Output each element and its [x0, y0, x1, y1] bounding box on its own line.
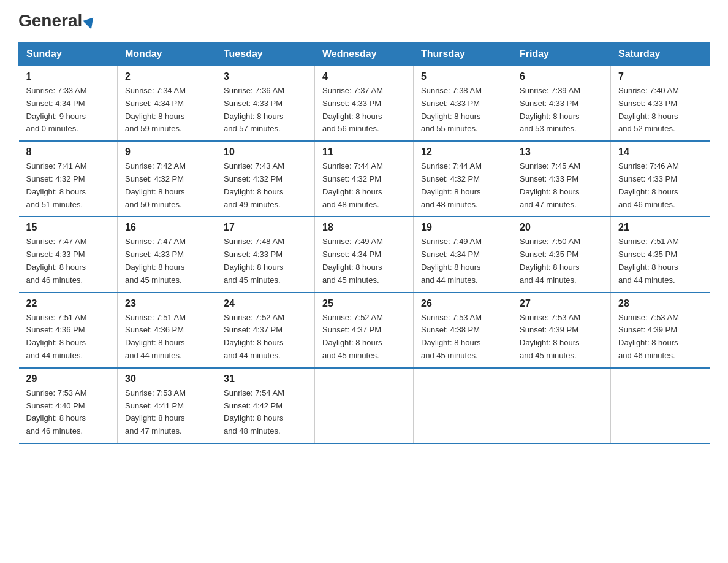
day-of-week-header: Saturday — [611, 42, 710, 66]
day-number: 26 — [421, 298, 504, 309]
calendar-cell: 8 Sunrise: 7:41 AMSunset: 4:32 PMDayligh… — [19, 141, 118, 216]
calendar-header: SundayMondayTuesdayWednesdayThursdayFrid… — [19, 42, 710, 66]
calendar-cell: 21 Sunrise: 7:51 AMSunset: 4:35 PMDaylig… — [611, 216, 710, 292]
day-number: 23 — [125, 298, 208, 309]
day-number: 19 — [421, 222, 504, 233]
calendar-cell: 9 Sunrise: 7:42 AMSunset: 4:32 PMDayligh… — [118, 141, 216, 216]
day-number: 13 — [520, 147, 603, 158]
day-info: Sunrise: 7:45 AMSunset: 4:33 PMDaylight:… — [520, 160, 603, 211]
calendar-cell: 24 Sunrise: 7:52 AMSunset: 4:37 PMDaylig… — [216, 293, 315, 368]
day-number: 3 — [224, 71, 307, 82]
day-number: 31 — [224, 373, 307, 385]
day-number: 21 — [618, 222, 702, 233]
day-of-week-header: Thursday — [414, 42, 512, 66]
calendar-table: SundayMondayTuesdayWednesdayThursdayFrid… — [18, 42, 710, 444]
day-number: 22 — [26, 298, 110, 309]
day-info: Sunrise: 7:49 AMSunset: 4:34 PMDaylight:… — [421, 236, 504, 286]
calendar-cell: 3 Sunrise: 7:36 AMSunset: 4:33 PMDayligh… — [216, 66, 315, 142]
day-info: Sunrise: 7:41 AMSunset: 4:32 PMDaylight:… — [26, 160, 110, 211]
day-number: 16 — [125, 222, 208, 233]
day-info: Sunrise: 7:47 AMSunset: 4:33 PMDaylight:… — [26, 236, 110, 286]
calendar-week-row: 8 Sunrise: 7:41 AMSunset: 4:32 PMDayligh… — [19, 141, 710, 216]
calendar-cell: 17 Sunrise: 7:48 AMSunset: 4:33 PMDaylig… — [216, 216, 315, 292]
day-number: 25 — [322, 298, 406, 309]
calendar-cell: 5 Sunrise: 7:38 AMSunset: 4:33 PMDayligh… — [414, 66, 512, 142]
day-number: 29 — [26, 373, 110, 385]
day-number: 8 — [26, 147, 110, 158]
day-info: Sunrise: 7:40 AMSunset: 4:33 PMDaylight:… — [618, 85, 702, 136]
day-info: Sunrise: 7:34 AMSunset: 4:34 PMDaylight:… — [125, 85, 208, 136]
day-number: 12 — [421, 147, 504, 158]
calendar-cell — [414, 368, 512, 443]
day-number: 5 — [421, 71, 504, 82]
calendar-cell: 1 Sunrise: 7:33 AMSunset: 4:34 PMDayligh… — [19, 66, 118, 142]
calendar-cell: 6 Sunrise: 7:39 AMSunset: 4:33 PMDayligh… — [512, 66, 611, 142]
calendar-cell: 2 Sunrise: 7:34 AMSunset: 4:34 PMDayligh… — [118, 66, 216, 142]
day-info: Sunrise: 7:46 AMSunset: 4:33 PMDaylight:… — [618, 160, 702, 211]
day-info: Sunrise: 7:52 AMSunset: 4:37 PMDaylight:… — [224, 312, 307, 362]
calendar-week-row: 29 Sunrise: 7:53 AMSunset: 4:40 PMDaylig… — [19, 368, 710, 443]
day-of-week-header: Sunday — [19, 42, 118, 66]
day-info: Sunrise: 7:51 AMSunset: 4:36 PMDaylight:… — [26, 312, 110, 362]
calendar-cell: 12 Sunrise: 7:44 AMSunset: 4:32 PMDaylig… — [414, 141, 512, 216]
day-number: 4 — [322, 71, 406, 82]
day-number: 1 — [26, 71, 110, 82]
day-number: 14 — [618, 147, 702, 158]
day-number: 27 — [520, 298, 603, 309]
calendar-cell: 18 Sunrise: 7:49 AMSunset: 4:34 PMDaylig… — [315, 216, 414, 292]
day-info: Sunrise: 7:42 AMSunset: 4:32 PMDaylight:… — [125, 160, 208, 211]
calendar-cell: 27 Sunrise: 7:53 AMSunset: 4:39 PMDaylig… — [512, 293, 611, 368]
calendar-week-row: 22 Sunrise: 7:51 AMSunset: 4:36 PMDaylig… — [19, 293, 710, 368]
day-info: Sunrise: 7:53 AMSunset: 4:38 PMDaylight:… — [421, 312, 504, 362]
calendar-cell: 31 Sunrise: 7:54 AMSunset: 4:42 PMDaylig… — [216, 368, 315, 443]
day-number: 30 — [125, 373, 208, 385]
day-number: 7 — [618, 71, 702, 82]
calendar-cell: 28 Sunrise: 7:53 AMSunset: 4:39 PMDaylig… — [611, 293, 710, 368]
day-number: 2 — [125, 71, 208, 82]
calendar-cell: 23 Sunrise: 7:51 AMSunset: 4:36 PMDaylig… — [118, 293, 216, 368]
day-info: Sunrise: 7:53 AMSunset: 4:40 PMDaylight:… — [26, 387, 110, 438]
calendar-week-row: 15 Sunrise: 7:47 AMSunset: 4:33 PMDaylig… — [19, 216, 710, 292]
day-info: Sunrise: 7:39 AMSunset: 4:33 PMDaylight:… — [520, 85, 603, 136]
calendar-cell: 11 Sunrise: 7:44 AMSunset: 4:32 PMDaylig… — [315, 141, 414, 216]
calendar-cell — [611, 368, 710, 443]
day-info: Sunrise: 7:44 AMSunset: 4:32 PMDaylight:… — [421, 160, 504, 211]
day-number: 17 — [224, 222, 307, 233]
calendar-cell: 26 Sunrise: 7:53 AMSunset: 4:38 PMDaylig… — [414, 293, 512, 368]
day-info: Sunrise: 7:36 AMSunset: 4:33 PMDaylight:… — [224, 85, 307, 136]
day-info: Sunrise: 7:50 AMSunset: 4:35 PMDaylight:… — [520, 236, 603, 286]
day-info: Sunrise: 7:53 AMSunset: 4:41 PMDaylight:… — [125, 387, 208, 438]
day-of-week-header: Tuesday — [216, 42, 315, 66]
day-number: 28 — [618, 298, 702, 309]
day-number: 10 — [224, 147, 307, 158]
day-info: Sunrise: 7:54 AMSunset: 4:42 PMDaylight:… — [224, 387, 307, 438]
calendar-cell: 16 Sunrise: 7:47 AMSunset: 4:33 PMDaylig… — [118, 216, 216, 292]
day-info: Sunrise: 7:51 AMSunset: 4:36 PMDaylight:… — [125, 312, 208, 362]
day-info: Sunrise: 7:33 AMSunset: 4:34 PMDaylight:… — [26, 85, 110, 136]
page-header: General — [18, 12, 710, 29]
day-info: Sunrise: 7:49 AMSunset: 4:34 PMDaylight:… — [322, 236, 406, 286]
calendar-body: 1 Sunrise: 7:33 AMSunset: 4:34 PMDayligh… — [19, 66, 710, 443]
calendar-cell: 15 Sunrise: 7:47 AMSunset: 4:33 PMDaylig… — [19, 216, 118, 292]
day-number: 20 — [520, 222, 603, 233]
day-info: Sunrise: 7:44 AMSunset: 4:32 PMDaylight:… — [322, 160, 406, 211]
day-info: Sunrise: 7:43 AMSunset: 4:32 PMDaylight:… — [224, 160, 307, 211]
day-info: Sunrise: 7:51 AMSunset: 4:35 PMDaylight:… — [618, 236, 702, 286]
calendar-cell: 22 Sunrise: 7:51 AMSunset: 4:36 PMDaylig… — [19, 293, 118, 368]
calendar-cell: 25 Sunrise: 7:52 AMSunset: 4:37 PMDaylig… — [315, 293, 414, 368]
calendar-cell: 20 Sunrise: 7:50 AMSunset: 4:35 PMDaylig… — [512, 216, 611, 292]
day-number: 11 — [322, 147, 406, 158]
day-number: 24 — [224, 298, 307, 309]
calendar-cell: 30 Sunrise: 7:53 AMSunset: 4:41 PMDaylig… — [118, 368, 216, 443]
calendar-cell: 4 Sunrise: 7:37 AMSunset: 4:33 PMDayligh… — [315, 66, 414, 142]
logo: General — [18, 12, 94, 29]
day-info: Sunrise: 7:47 AMSunset: 4:33 PMDaylight:… — [125, 236, 208, 286]
calendar-cell — [315, 368, 414, 443]
calendar-cell — [512, 368, 611, 443]
logo-general-text: General — [18, 12, 94, 29]
day-info: Sunrise: 7:37 AMSunset: 4:33 PMDaylight:… — [322, 85, 406, 136]
day-info: Sunrise: 7:52 AMSunset: 4:37 PMDaylight:… — [322, 312, 406, 362]
calendar-cell: 29 Sunrise: 7:53 AMSunset: 4:40 PMDaylig… — [19, 368, 118, 443]
calendar-cell: 7 Sunrise: 7:40 AMSunset: 4:33 PMDayligh… — [611, 66, 710, 142]
day-number: 6 — [520, 71, 603, 82]
